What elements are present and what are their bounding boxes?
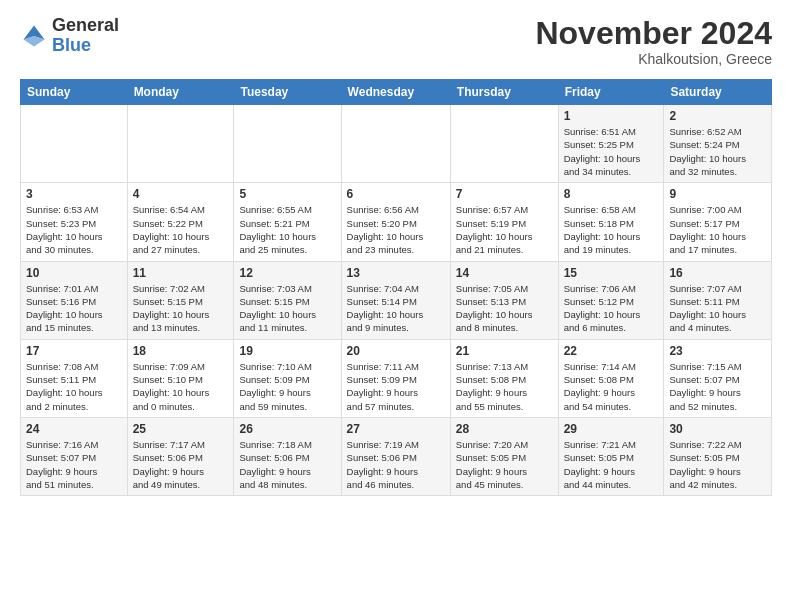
calendar-cell (341, 105, 450, 183)
calendar-cell (234, 105, 341, 183)
day-info: Sunrise: 6:53 AM Sunset: 5:23 PM Dayligh… (26, 203, 122, 256)
day-info: Sunrise: 7:07 AM Sunset: 5:11 PM Dayligh… (669, 282, 766, 335)
logo-general: General (52, 15, 119, 35)
weekday-header: Wednesday (341, 80, 450, 105)
calendar-cell: 14Sunrise: 7:05 AM Sunset: 5:13 PM Dayli… (450, 261, 558, 339)
weekday-header: Sunday (21, 80, 128, 105)
day-number: 18 (133, 344, 229, 358)
calendar-header-row: SundayMondayTuesdayWednesdayThursdayFrid… (21, 80, 772, 105)
day-number: 5 (239, 187, 335, 201)
day-info: Sunrise: 7:01 AM Sunset: 5:16 PM Dayligh… (26, 282, 122, 335)
calendar-cell: 19Sunrise: 7:10 AM Sunset: 5:09 PM Dayli… (234, 339, 341, 417)
day-number: 27 (347, 422, 445, 436)
calendar-cell: 23Sunrise: 7:15 AM Sunset: 5:07 PM Dayli… (664, 339, 772, 417)
day-number: 22 (564, 344, 659, 358)
day-number: 9 (669, 187, 766, 201)
day-info: Sunrise: 6:52 AM Sunset: 5:24 PM Dayligh… (669, 125, 766, 178)
logo: General Blue (20, 16, 119, 56)
day-number: 13 (347, 266, 445, 280)
calendar-table: SundayMondayTuesdayWednesdayThursdayFrid… (20, 79, 772, 496)
calendar-cell: 25Sunrise: 7:17 AM Sunset: 5:06 PM Dayli… (127, 417, 234, 495)
day-info: Sunrise: 6:51 AM Sunset: 5:25 PM Dayligh… (564, 125, 659, 178)
calendar-cell: 13Sunrise: 7:04 AM Sunset: 5:14 PM Dayli… (341, 261, 450, 339)
weekday-header: Friday (558, 80, 664, 105)
weekday-header: Thursday (450, 80, 558, 105)
calendar-cell: 1Sunrise: 6:51 AM Sunset: 5:25 PM Daylig… (558, 105, 664, 183)
weekday-header: Tuesday (234, 80, 341, 105)
day-info: Sunrise: 7:19 AM Sunset: 5:06 PM Dayligh… (347, 438, 445, 491)
day-info: Sunrise: 7:18 AM Sunset: 5:06 PM Dayligh… (239, 438, 335, 491)
day-number: 8 (564, 187, 659, 201)
calendar-cell: 5Sunrise: 6:55 AM Sunset: 5:21 PM Daylig… (234, 183, 341, 261)
day-number: 6 (347, 187, 445, 201)
calendar-cell: 28Sunrise: 7:20 AM Sunset: 5:05 PM Dayli… (450, 417, 558, 495)
day-number: 15 (564, 266, 659, 280)
day-info: Sunrise: 7:00 AM Sunset: 5:17 PM Dayligh… (669, 203, 766, 256)
calendar-week-row: 17Sunrise: 7:08 AM Sunset: 5:11 PM Dayli… (21, 339, 772, 417)
calendar-cell: 18Sunrise: 7:09 AM Sunset: 5:10 PM Dayli… (127, 339, 234, 417)
day-info: Sunrise: 7:21 AM Sunset: 5:05 PM Dayligh… (564, 438, 659, 491)
calendar-cell: 4Sunrise: 6:54 AM Sunset: 5:22 PM Daylig… (127, 183, 234, 261)
day-info: Sunrise: 7:10 AM Sunset: 5:09 PM Dayligh… (239, 360, 335, 413)
page-container: General Blue November 2024 Khalkoutsion,… (0, 0, 792, 506)
calendar-cell: 27Sunrise: 7:19 AM Sunset: 5:06 PM Dayli… (341, 417, 450, 495)
calendar-cell: 12Sunrise: 7:03 AM Sunset: 5:15 PM Dayli… (234, 261, 341, 339)
day-info: Sunrise: 7:16 AM Sunset: 5:07 PM Dayligh… (26, 438, 122, 491)
calendar-cell: 30Sunrise: 7:22 AM Sunset: 5:05 PM Dayli… (664, 417, 772, 495)
day-number: 11 (133, 266, 229, 280)
day-info: Sunrise: 7:15 AM Sunset: 5:07 PM Dayligh… (669, 360, 766, 413)
calendar-cell: 20Sunrise: 7:11 AM Sunset: 5:09 PM Dayli… (341, 339, 450, 417)
page-header: General Blue November 2024 Khalkoutsion,… (20, 16, 772, 67)
calendar-cell: 29Sunrise: 7:21 AM Sunset: 5:05 PM Dayli… (558, 417, 664, 495)
day-number: 21 (456, 344, 553, 358)
calendar-cell: 9Sunrise: 7:00 AM Sunset: 5:17 PM Daylig… (664, 183, 772, 261)
day-number: 14 (456, 266, 553, 280)
day-info: Sunrise: 6:56 AM Sunset: 5:20 PM Dayligh… (347, 203, 445, 256)
day-info: Sunrise: 7:04 AM Sunset: 5:14 PM Dayligh… (347, 282, 445, 335)
calendar-cell: 17Sunrise: 7:08 AM Sunset: 5:11 PM Dayli… (21, 339, 128, 417)
day-number: 19 (239, 344, 335, 358)
calendar-week-row: 1Sunrise: 6:51 AM Sunset: 5:25 PM Daylig… (21, 105, 772, 183)
day-number: 28 (456, 422, 553, 436)
day-info: Sunrise: 7:03 AM Sunset: 5:15 PM Dayligh… (239, 282, 335, 335)
logo-text: General Blue (52, 16, 119, 56)
calendar-cell: 6Sunrise: 6:56 AM Sunset: 5:20 PM Daylig… (341, 183, 450, 261)
day-info: Sunrise: 7:17 AM Sunset: 5:06 PM Dayligh… (133, 438, 229, 491)
day-info: Sunrise: 6:57 AM Sunset: 5:19 PM Dayligh… (456, 203, 553, 256)
day-number: 7 (456, 187, 553, 201)
day-number: 25 (133, 422, 229, 436)
calendar-cell (127, 105, 234, 183)
day-info: Sunrise: 7:06 AM Sunset: 5:12 PM Dayligh… (564, 282, 659, 335)
calendar-week-row: 3Sunrise: 6:53 AM Sunset: 5:23 PM Daylig… (21, 183, 772, 261)
day-number: 17 (26, 344, 122, 358)
day-info: Sunrise: 7:02 AM Sunset: 5:15 PM Dayligh… (133, 282, 229, 335)
day-number: 26 (239, 422, 335, 436)
calendar-cell: 15Sunrise: 7:06 AM Sunset: 5:12 PM Dayli… (558, 261, 664, 339)
calendar-cell (21, 105, 128, 183)
day-info: Sunrise: 7:11 AM Sunset: 5:09 PM Dayligh… (347, 360, 445, 413)
calendar-cell: 26Sunrise: 7:18 AM Sunset: 5:06 PM Dayli… (234, 417, 341, 495)
calendar-cell: 11Sunrise: 7:02 AM Sunset: 5:15 PM Dayli… (127, 261, 234, 339)
calendar-cell: 2Sunrise: 6:52 AM Sunset: 5:24 PM Daylig… (664, 105, 772, 183)
logo-icon (20, 22, 48, 50)
day-number: 16 (669, 266, 766, 280)
calendar-week-row: 10Sunrise: 7:01 AM Sunset: 5:16 PM Dayli… (21, 261, 772, 339)
day-info: Sunrise: 7:08 AM Sunset: 5:11 PM Dayligh… (26, 360, 122, 413)
day-number: 24 (26, 422, 122, 436)
day-info: Sunrise: 7:22 AM Sunset: 5:05 PM Dayligh… (669, 438, 766, 491)
day-info: Sunrise: 6:55 AM Sunset: 5:21 PM Dayligh… (239, 203, 335, 256)
location: Khalkoutsion, Greece (535, 51, 772, 67)
day-info: Sunrise: 6:58 AM Sunset: 5:18 PM Dayligh… (564, 203, 659, 256)
day-number: 29 (564, 422, 659, 436)
day-number: 4 (133, 187, 229, 201)
day-number: 2 (669, 109, 766, 123)
weekday-header: Saturday (664, 80, 772, 105)
calendar-cell: 24Sunrise: 7:16 AM Sunset: 5:07 PM Dayli… (21, 417, 128, 495)
day-info: Sunrise: 7:20 AM Sunset: 5:05 PM Dayligh… (456, 438, 553, 491)
day-info: Sunrise: 6:54 AM Sunset: 5:22 PM Dayligh… (133, 203, 229, 256)
calendar-cell: 22Sunrise: 7:14 AM Sunset: 5:08 PM Dayli… (558, 339, 664, 417)
day-number: 3 (26, 187, 122, 201)
day-info: Sunrise: 7:14 AM Sunset: 5:08 PM Dayligh… (564, 360, 659, 413)
weekday-header: Monday (127, 80, 234, 105)
day-number: 23 (669, 344, 766, 358)
